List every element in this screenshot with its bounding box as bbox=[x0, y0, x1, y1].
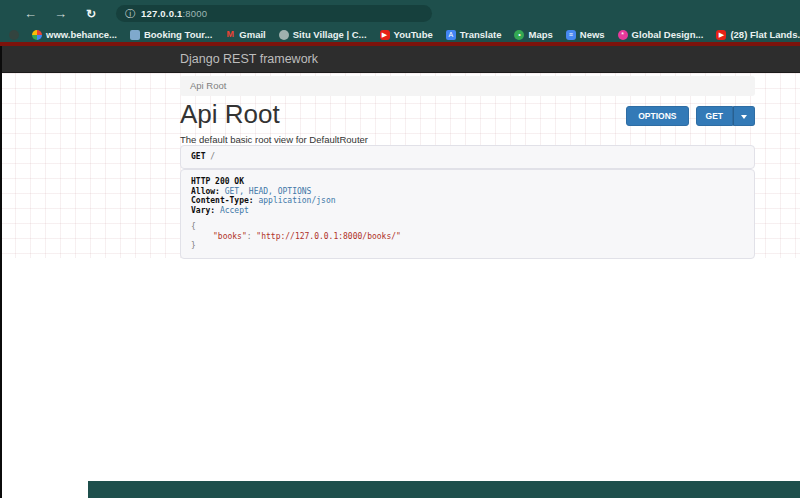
translate-icon: A bbox=[446, 30, 456, 40]
breadcrumb[interactable]: Api Root bbox=[180, 76, 755, 96]
address-bar[interactable]: ⓘ 127.0.0.1:8000 bbox=[116, 5, 432, 22]
json-value[interactable]: "http://127.0.0.1:8000/books/" bbox=[256, 232, 401, 241]
bookmark-item[interactable]: Booking Tour... bbox=[130, 29, 212, 40]
back-icon[interactable]: ← bbox=[24, 7, 37, 20]
request-path: / bbox=[210, 152, 215, 161]
bookmark-label: www.behance... bbox=[46, 29, 117, 40]
json-close-brace: } bbox=[191, 241, 744, 251]
page-title: Api Root bbox=[180, 101, 280, 128]
bookmark-item[interactable]: ▶YouTube bbox=[380, 29, 433, 40]
bookmark-item[interactable]: MGmail bbox=[225, 29, 265, 40]
bookmark-label: Gmail bbox=[239, 29, 265, 40]
bookmark-label: Booking Tour... bbox=[144, 29, 212, 40]
page-content: Api Root Api Root OPTIONS GET The defaul… bbox=[0, 73, 800, 498]
action-buttons: OPTIONS GET bbox=[626, 106, 755, 126]
page-header: Api Root OPTIONS GET bbox=[180, 101, 755, 128]
forward-icon[interactable]: → bbox=[54, 7, 67, 20]
gmail-icon: M bbox=[225, 30, 235, 40]
chevron-down-icon bbox=[741, 115, 747, 119]
bookmark-label: News bbox=[580, 29, 605, 40]
bottom-teal-bar bbox=[88, 481, 800, 498]
get-button[interactable]: GET bbox=[696, 106, 733, 126]
browser-window: ← → ↻ ⓘ 127.0.0.1:8000 www.behance...Boo… bbox=[0, 0, 800, 498]
booking-favicon-icon bbox=[130, 30, 140, 40]
bookmark-item[interactable]: *Global Design... bbox=[618, 29, 704, 40]
response-header: Content-Type: application/json bbox=[191, 196, 744, 206]
url-port: :8000 bbox=[182, 8, 207, 19]
bookmark-item[interactable]: •Maps bbox=[514, 29, 552, 40]
main-container: Api Root Api Root OPTIONS GET The defaul… bbox=[180, 73, 755, 259]
options-button[interactable]: OPTIONS bbox=[626, 106, 688, 126]
maps-pin-icon: • bbox=[514, 30, 524, 40]
bookmark-item[interactable]: ATranslate bbox=[446, 29, 502, 40]
global-design-favicon-icon: * bbox=[618, 30, 628, 40]
json-open-brace: { bbox=[191, 222, 744, 232]
bookmark-item[interactable] bbox=[9, 30, 19, 40]
youtube-icon: ▶ bbox=[716, 30, 726, 40]
bookmark-label: Translate bbox=[460, 29, 502, 40]
bookmark-label: Maps bbox=[528, 29, 552, 40]
bookmark-item[interactable]: ▶(28) Flat Lands... bbox=[716, 29, 800, 40]
globe-icon bbox=[9, 30, 19, 40]
json-key: "books" bbox=[213, 232, 247, 241]
bookmark-label: YouTube bbox=[394, 29, 433, 40]
page-info-icon[interactable]: ⓘ bbox=[125, 9, 135, 19]
response-header: Allow: GET, HEAD, OPTIONS bbox=[191, 187, 744, 197]
get-dropdown-button[interactable] bbox=[733, 106, 755, 126]
json-books-row: "books": "http://127.0.0.1:8000/books/" bbox=[191, 232, 744, 242]
google-favicon-icon bbox=[32, 30, 42, 40]
response-header: Vary: Accept bbox=[191, 206, 744, 216]
situ-favicon-icon bbox=[279, 30, 289, 40]
get-button-group: GET bbox=[696, 106, 755, 126]
bookmark-item[interactable]: Situ Village | C... bbox=[279, 29, 367, 40]
bookmark-label: Situ Village | C... bbox=[293, 29, 367, 40]
reload-icon[interactable]: ↻ bbox=[86, 8, 96, 20]
request-line: GET / bbox=[180, 145, 755, 169]
bookmark-item[interactable]: ≡News bbox=[566, 29, 605, 40]
view-description: The default basic root view for DefaultR… bbox=[180, 134, 755, 145]
response-status: HTTP 200 OK bbox=[191, 177, 744, 187]
json-colon: : bbox=[247, 232, 257, 241]
drf-navbar: Django REST framework bbox=[0, 46, 800, 73]
navbar-brand[interactable]: Django REST framework bbox=[180, 46, 318, 72]
bookmark-item[interactable]: www.behance... bbox=[32, 29, 117, 40]
response-box: HTTP 200 OKAllow: GET, HEAD, OPTIONSCont… bbox=[180, 169, 755, 259]
left-edge-line bbox=[0, 46, 2, 498]
bookmarks-bar: www.behance...Booking Tour...MGmailSitu … bbox=[0, 27, 800, 42]
url-text: 127.0.0.1:8000 bbox=[141, 8, 207, 19]
news-icon: ≡ bbox=[566, 30, 576, 40]
youtube-icon: ▶ bbox=[380, 30, 390, 40]
bookmark-label: (28) Flat Lands... bbox=[730, 29, 800, 40]
browser-toolbar: ← → ↻ ⓘ 127.0.0.1:8000 bbox=[0, 0, 800, 27]
bookmark-label: Global Design... bbox=[632, 29, 704, 40]
request-method: GET bbox=[191, 152, 205, 161]
